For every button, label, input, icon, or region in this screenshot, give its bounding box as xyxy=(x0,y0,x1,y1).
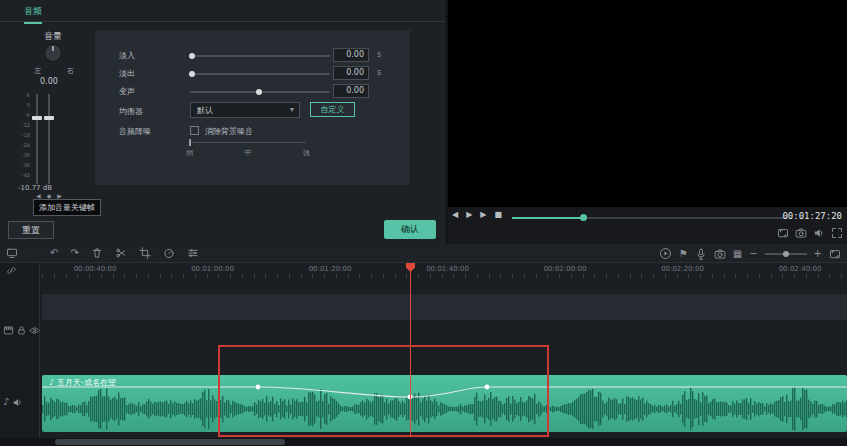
prev-keyframe-icon[interactable]: ◀ xyxy=(36,192,41,199)
preview-timecode: 00:01:27:20 xyxy=(782,211,842,221)
db-scale-tick: -42 xyxy=(14,170,30,180)
preview-panel: ◀ ▶ ▶ ■ 00:01:27:20 xyxy=(448,0,847,244)
balance-axis-labels: 左 右 xyxy=(34,66,74,76)
volume-db-scale: 60-6-12-18-24-30-36-42 xyxy=(14,90,30,180)
denoise-level-handle[interactable] xyxy=(189,139,191,146)
audio-track-header: ♪ xyxy=(3,396,23,408)
add-keyframe-tooltip: 添加音量关键帧 xyxy=(33,199,101,216)
timeline-toolbar: ↶ ↷ xyxy=(0,244,847,263)
adjust-sliders-icon[interactable] xyxy=(187,247,199,259)
keyframe-nav: ◀ ◆ ▶ xyxy=(36,192,62,199)
db-scale-tick: 0 xyxy=(14,100,30,110)
fade-out-slider[interactable] xyxy=(190,73,330,75)
eye-icon[interactable] xyxy=(29,325,40,336)
ruler-label: 00:00:40:00 xyxy=(74,265,117,273)
delete-icon[interactable] xyxy=(91,247,103,259)
next-frame-button[interactable]: ▶ xyxy=(480,210,486,219)
video-track-header xyxy=(3,325,40,336)
denoise-checkbox[interactable] xyxy=(190,126,199,135)
denoise-level-slider[interactable] xyxy=(190,142,306,143)
timeline-scrollbar[interactable] xyxy=(0,438,847,446)
fade-out-label: 淡出 xyxy=(119,68,135,79)
fade-in-slider[interactable] xyxy=(190,55,330,57)
balance-value: 0.00 xyxy=(40,77,58,86)
redo-icon[interactable]: ↷ xyxy=(70,247,78,259)
balance-knob[interactable] xyxy=(44,44,62,62)
fade-out-slider-thumb[interactable] xyxy=(189,71,195,77)
confirm-button[interactable]: 确认 xyxy=(384,220,436,239)
timeline-zoom-handle[interactable] xyxy=(783,251,789,257)
stop-button[interactable]: ■ xyxy=(494,210,502,219)
equalizer-label: 均衡器 xyxy=(119,106,143,117)
volume-slider-left-handle[interactable] xyxy=(32,116,42,120)
fullscreen-icon[interactable] xyxy=(831,227,843,239)
tab-audio[interactable]: 音频 xyxy=(24,5,42,24)
timeline-zoom-slider[interactable] xyxy=(765,253,807,255)
add-keyframe-icon[interactable]: ◆ xyxy=(47,192,52,199)
volume-slider-right-handle[interactable] xyxy=(44,116,54,120)
volume-slider-left-track[interactable] xyxy=(36,94,38,184)
balance-left-label: 左 xyxy=(34,66,41,76)
reset-button[interactable]: 重置 xyxy=(8,221,54,239)
preview-option-icons xyxy=(777,227,843,239)
video-viewport xyxy=(448,0,847,207)
link-icon[interactable] xyxy=(6,265,17,276)
timeline-scrollbar-thumb[interactable] xyxy=(55,439,285,445)
ruler-label: 00:01:40:00 xyxy=(426,265,469,273)
pitch-slider-thumb[interactable] xyxy=(256,89,262,95)
mute-speaker-icon[interactable] xyxy=(12,397,23,408)
ruler-label: 00:01:20:00 xyxy=(309,265,352,273)
prev-frame-button[interactable]: ◀ xyxy=(452,210,458,219)
mixer-grid-icon[interactable]: ▦ xyxy=(733,248,742,260)
clip-music-note-icon: ♪ xyxy=(49,378,54,387)
volume-slider-right-track[interactable] xyxy=(48,94,50,184)
speaker-icon[interactable] xyxy=(813,227,825,239)
fit-timeline-icon[interactable] xyxy=(829,248,841,260)
play-button[interactable]: ▶ xyxy=(466,210,472,219)
toolbar-right-group: ⚑ ▦ − + xyxy=(659,247,841,260)
ruler-label: 00:02:00:00 xyxy=(544,265,587,273)
zoom-out-icon[interactable]: − xyxy=(749,248,757,260)
fade-out-unit: s xyxy=(377,68,381,77)
music-note-icon: ♪ xyxy=(3,396,9,408)
lock-icon[interactable] xyxy=(16,325,27,336)
preview-seek-fill xyxy=(512,217,583,219)
split-scissors-icon[interactable] xyxy=(115,247,127,259)
track-header-gutter: ♪ xyxy=(0,263,40,438)
db-scale-tick: -12 xyxy=(14,120,30,130)
volume-db-readout: -10.77 dB xyxy=(18,184,52,192)
denoise-level-medium: 中 xyxy=(245,148,252,158)
screen-record-icon[interactable] xyxy=(6,247,18,259)
equalizer-customize-button[interactable]: 自定义 xyxy=(310,102,355,117)
preview-seek-bar[interactable] xyxy=(512,217,788,219)
timeline-ruler[interactable]: 00:00:40:0000:01:00:0000:01:20:0000:01:4… xyxy=(42,263,847,278)
db-scale-tick: -24 xyxy=(14,140,30,150)
fade-out-value[interactable]: 0.00 xyxy=(333,66,369,80)
fade-in-value[interactable]: 0.00 xyxy=(333,48,369,62)
video-track-lane[interactable] xyxy=(42,294,847,320)
filmora-app: 音频 音量 左 右 0.00 60-6-12-18-24-30-36-42 -1… xyxy=(0,0,847,446)
volume-label: 音量 xyxy=(44,30,62,43)
panel-tab-bar: 音频 xyxy=(0,0,446,22)
pitch-label: 变声 xyxy=(119,86,135,97)
fit-screen-icon[interactable] xyxy=(777,227,789,239)
db-scale-tick: -18 xyxy=(14,130,30,140)
pitch-slider[interactable] xyxy=(190,91,330,93)
denoise-level-labels: 弱 中 强 xyxy=(186,148,310,158)
voiceover-mic-icon[interactable] xyxy=(695,248,707,260)
speed-icon[interactable] xyxy=(163,247,175,259)
snapshot-camera-icon[interactable] xyxy=(795,227,807,239)
denoise-level-strong: 强 xyxy=(303,148,310,158)
zoom-in-icon[interactable]: + xyxy=(814,248,822,260)
denoise-checkbox-label: 消除背景噪音 xyxy=(205,126,253,137)
preview-seek-handle[interactable] xyxy=(580,214,587,221)
crop-icon[interactable] xyxy=(139,247,151,259)
render-play-icon[interactable] xyxy=(659,247,672,260)
record-camera-icon[interactable] xyxy=(714,248,726,260)
equalizer-preset-dropdown[interactable]: 默认 ▾ xyxy=(190,102,300,118)
next-keyframe-icon[interactable]: ▶ xyxy=(57,192,62,199)
fade-in-slider-thumb[interactable] xyxy=(189,53,195,59)
marker-flag-icon[interactable]: ⚑ xyxy=(679,248,688,260)
pitch-value[interactable]: 0.00 xyxy=(333,84,369,98)
undo-icon[interactable]: ↶ xyxy=(50,247,58,259)
